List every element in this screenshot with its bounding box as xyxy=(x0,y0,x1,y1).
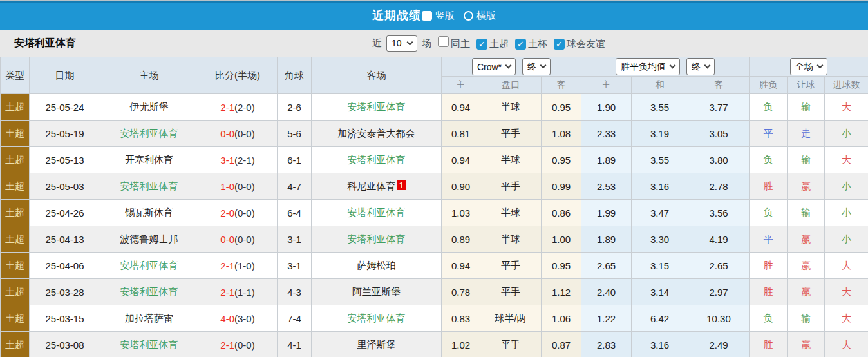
handicap-result-cell: 赢 xyxy=(788,332,825,357)
score-cell: 2-1(0-0) xyxy=(198,332,278,357)
home-team-cell[interactable]: 安塔利亚体育 xyxy=(100,121,198,147)
table-row: 土超25-05-13开塞利体育3-1(2-1)6-1安塔利亚体育0.94半球0.… xyxy=(1,147,868,173)
league-type-cell: 土超 xyxy=(1,305,30,332)
goals-result-cell: 小 xyxy=(825,200,868,226)
asian-away-odds-cell: 1.08 xyxy=(542,121,581,147)
winlose-result-cell: 平 xyxy=(750,121,788,147)
away-team-cell[interactable]: 安塔利亚体育 xyxy=(312,305,442,332)
euro-away-odds-cell: 4.19 xyxy=(688,226,750,253)
euro-draw-odds-cell: 3.14 xyxy=(632,279,688,305)
home-team-cell[interactable]: 波德鲁姆士邦 xyxy=(100,226,198,253)
winlose-result-cell: 胜 xyxy=(750,279,788,305)
radio-vertical-label[interactable]: 竖版 xyxy=(435,10,455,22)
league-type-cell: 土超 xyxy=(1,253,30,279)
table-row: 土超25-03-08安塔利亚体育2-1(0-0)4-1里泽斯堡1.02平手0.8… xyxy=(1,332,868,357)
league-type-cell: 土超 xyxy=(1,94,30,121)
league-type-cell: 土超 xyxy=(1,226,30,253)
home-team-cell[interactable]: 开塞利体育 xyxy=(100,147,198,173)
col-header-score: 比分(半场) xyxy=(198,57,278,94)
away-team-cell[interactable]: 萨姆松珀 xyxy=(312,253,442,279)
goals-result-cell: 大 xyxy=(825,147,868,173)
asian-home-odds-cell: 0.94 xyxy=(442,94,480,121)
asian-away-odds-cell: 0.95 xyxy=(542,94,581,121)
asian-time-select[interactable]: 终 xyxy=(522,58,551,75)
asian-home-odds-cell: 1.03 xyxy=(442,200,480,226)
score-cell: 1-0(0-0) xyxy=(198,173,278,200)
asian-away-odds-cell: 0.99 xyxy=(542,173,581,200)
euro-odds-select[interactable]: 胜平负均值 xyxy=(616,58,680,75)
checkbox-checked[interactable]: ✓ xyxy=(515,39,526,50)
home-team-cell[interactable]: 伊尤斯堡 xyxy=(100,94,198,121)
euro-draw-odds-cell: 3.16 xyxy=(632,173,688,200)
euro-away-odds-cell: 2.97 xyxy=(688,279,750,305)
corner-cell: 4-3 xyxy=(278,279,312,305)
score-cell: 2-1(2-0) xyxy=(198,94,278,121)
checkbox-checked[interactable]: ✓ xyxy=(476,39,487,50)
period-select[interactable]: 全场 xyxy=(790,58,827,75)
asian-time-select-value: 终 xyxy=(527,61,536,73)
checkbox-unchecked[interactable] xyxy=(438,36,449,47)
asian-home-odds-cell: 0.83 xyxy=(442,305,480,332)
home-team-cell[interactable]: 锡瓦斯体育 xyxy=(100,200,198,226)
handicap-result-cell: 赢 xyxy=(788,279,825,305)
away-team-cell[interactable]: 安塔利亚体育 xyxy=(312,226,442,253)
goals-result-cell: 大 xyxy=(825,279,868,305)
radio-horizontal-layout[interactable] xyxy=(464,11,473,21)
away-team-cell[interactable]: 科尼亚体育1 xyxy=(312,173,442,200)
radio-horizontal-label[interactable]: 横版 xyxy=(476,10,496,22)
date-cell: 25-04-06 xyxy=(30,253,100,279)
rank-badge: 1 xyxy=(397,180,405,190)
asian-away-odds-cell: 0.95 xyxy=(542,147,581,173)
handicap-cell: 平手 xyxy=(480,173,542,200)
asian-away-odds-cell: 1.00 xyxy=(542,226,581,253)
goals-result-cell: 大 xyxy=(825,94,868,121)
col-header-away: 客场 xyxy=(312,57,442,94)
away-team-cell[interactable]: 安塔利亚体育 xyxy=(312,147,442,173)
col-header-date: 日期 xyxy=(30,57,100,94)
home-team-cell[interactable]: 安塔利亚体育 xyxy=(100,253,198,279)
home-team-cell[interactable]: 安塔利亚体育 xyxy=(100,173,198,200)
euro-home-odds-cell: 1.22 xyxy=(581,305,632,332)
date-cell: 25-03-28 xyxy=(30,279,100,305)
checkbox-checked[interactable]: ✓ xyxy=(554,39,565,50)
score-cell: 0-0(0-0) xyxy=(198,226,278,253)
asian-home-odds-cell: 0.94 xyxy=(442,253,480,279)
away-team-cell[interactable]: 里泽斯堡 xyxy=(312,332,442,357)
subheader-winlose: 胜负 xyxy=(750,77,788,94)
away-team-cell[interactable]: 阿兰亚斯堡 xyxy=(312,279,442,305)
handicap-result-cell: 输 xyxy=(788,200,825,226)
winlose-result-cell: 负 xyxy=(750,94,788,121)
checkbox-label: 土杯 xyxy=(528,38,547,49)
euro-home-odds-cell: 1.89 xyxy=(581,147,632,173)
checkbox-label: 球会友谊 xyxy=(567,38,605,49)
goals-result-cell: 大 xyxy=(825,332,868,357)
score-cell: 4-0(3-0) xyxy=(198,305,278,332)
match-count-select[interactable]: 10 xyxy=(386,35,417,52)
radio-vertical-layout[interactable] xyxy=(422,11,432,21)
winlose-result-cell: 平 xyxy=(750,226,788,253)
league-type-cell: 土超 xyxy=(1,121,30,147)
subheader-asian-away: 客 xyxy=(542,77,581,94)
date-cell: 25-04-13 xyxy=(30,226,100,253)
league-type-cell: 土超 xyxy=(1,147,30,173)
away-team-cell[interactable]: 加济安泰普大都会 xyxy=(312,121,442,147)
date-cell: 25-05-24 xyxy=(30,94,100,121)
asian-home-odds-cell: 0.81 xyxy=(442,121,480,147)
result-group-header: 全场 xyxy=(750,57,868,77)
away-team-cell[interactable]: 安塔利亚体育 xyxy=(312,94,442,121)
euro-draw-odds-cell: 3.55 xyxy=(632,94,688,121)
chevron-down-icon xyxy=(670,63,676,69)
checkbox-label: 同主 xyxy=(451,38,470,49)
subheader-asian-home: 主 xyxy=(442,77,480,94)
asian-away-odds-cell: 0.87 xyxy=(542,332,581,357)
away-team-cell[interactable]: 安塔利亚体育 xyxy=(312,200,442,226)
home-team-cell[interactable]: 安塔利亚体育 xyxy=(100,279,198,305)
home-team-cell[interactable]: 安塔利亚体育 xyxy=(100,332,198,357)
home-team-cell[interactable]: 加拉塔萨雷 xyxy=(100,305,198,332)
bookmaker-select[interactable]: Crow* xyxy=(472,58,516,75)
winlose-result-cell: 胜 xyxy=(750,332,788,357)
euro-time-select[interactable]: 终 xyxy=(686,58,715,75)
goals-result-cell: 小 xyxy=(825,173,868,200)
subheader-euro-away: 客 xyxy=(688,77,750,94)
handicap-cell: 平手 xyxy=(480,332,542,357)
